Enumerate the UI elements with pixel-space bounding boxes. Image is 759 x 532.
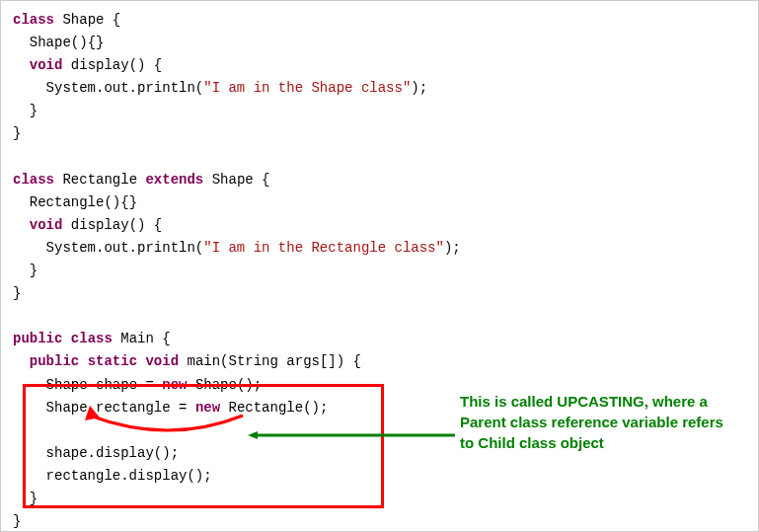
ctor-shape: Shape	[30, 35, 71, 50]
call-shape-display: shape.display();	[46, 445, 179, 461]
var-shape: shape	[96, 377, 137, 393]
keyword-public: public	[30, 353, 79, 369]
class-shape: Shape	[212, 172, 254, 188]
type-shape: Shape	[46, 377, 88, 393]
args: args[]	[286, 353, 336, 369]
keyword-new: new	[195, 400, 220, 416]
type-string: String	[229, 353, 278, 369]
string-shape: "I am in the Shape class"	[203, 80, 411, 96]
keyword-new: new	[162, 377, 187, 393]
ctor-call-rect: Rectangle	[229, 400, 304, 416]
code-block: class Shape { Shape(){} void display() {…	[13, 9, 746, 532]
keyword-class: class	[13, 12, 54, 28]
system-out: System.out.println	[46, 240, 195, 256]
keyword-class: class	[13, 172, 54, 188]
keyword-extends: extends	[145, 172, 203, 188]
keyword-static: static	[88, 353, 137, 369]
var-rectangle: rectangle	[96, 400, 171, 416]
method-main: main	[187, 353, 220, 369]
system-out: System.out.println	[46, 80, 195, 96]
string-rect: "I am in the Rectangle class"	[203, 240, 444, 256]
keyword-void: void	[145, 353, 179, 369]
method-display: display	[71, 57, 129, 73]
keyword-void: void	[30, 57, 63, 73]
keyword-public: public	[13, 331, 62, 346]
keyword-void: void	[30, 217, 63, 233]
ctor-call-shape: Shape	[195, 377, 237, 393]
class-main: Main	[120, 331, 154, 346]
upcasting-annotation: This is called UPCASTING, where a Parent…	[460, 391, 736, 453]
keyword-class: class	[71, 331, 113, 346]
class-shape: Shape	[62, 12, 104, 28]
call-rect-display: rectangle.display();	[46, 468, 212, 484]
method-display: display	[71, 217, 129, 233]
type-shape: Shape	[46, 400, 88, 416]
class-rectangle: Rectangle	[62, 172, 137, 188]
ctor-rectangle: Rectangle	[30, 194, 105, 210]
